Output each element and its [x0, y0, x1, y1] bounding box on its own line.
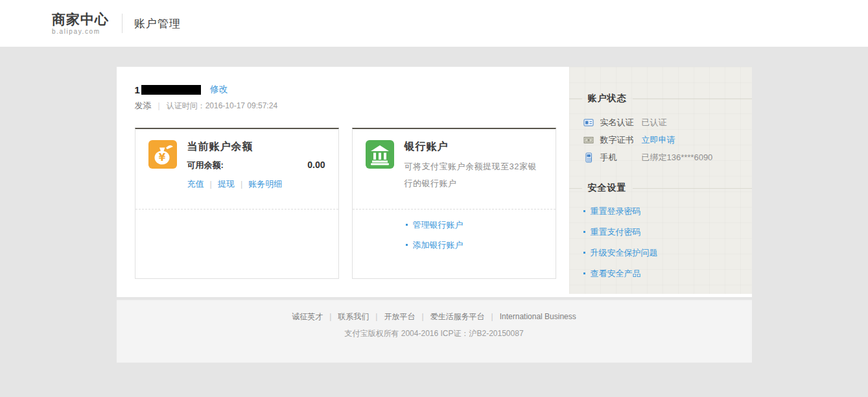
- footer-links: 诚征英才|联系我们|开放平台|爱生活服务平台|International Bus…: [117, 300, 752, 322]
- status-row-phone: 手机 已绑定136****6090: [583, 152, 738, 163]
- footer-contact-link[interactable]: 联系我们: [338, 312, 369, 321]
- apply-certificate-link[interactable]: 立即申请: [642, 134, 675, 146]
- status-row-realname: 实名认证 已认证: [583, 117, 738, 128]
- footer-divider: |: [491, 312, 493, 321]
- footer-divider: |: [329, 312, 331, 321]
- account-header: 1 修改: [135, 84, 569, 95]
- edit-account-link[interactable]: 修改: [210, 84, 228, 95]
- footer-divider: |: [375, 312, 377, 321]
- top-header-bar: 商家中心 b.alipay.com 账户管理: [0, 0, 868, 47]
- footer-careers-link[interactable]: 诚征英才: [292, 312, 323, 321]
- balance-card-title: 当前账户余额: [187, 140, 325, 154]
- brand-domain: b.alipay.com: [52, 28, 109, 35]
- account-owner-name: 发添: [135, 100, 152, 112]
- recharge-link[interactable]: 充值: [187, 179, 204, 189]
- digital-cert-icon: [583, 135, 594, 145]
- cert-time-label: 认证时间：: [167, 101, 205, 112]
- certificate-label: 数字证书: [600, 134, 642, 146]
- available-balance-value: 0.00: [307, 160, 325, 170]
- available-balance-label: 可用余额:: [187, 160, 224, 171]
- redacted-account-name: [141, 85, 201, 95]
- status-row-certificate: 数字证书 立即申请: [583, 135, 738, 145]
- realname-label: 实名认证: [600, 117, 642, 128]
- security-links-list: 重置登录密码 重置支付密码 升级安全保护问题 查看安全产品: [583, 206, 738, 280]
- balance-actions: 充值|提现|账务明细: [187, 178, 325, 190]
- bank-card-top: 银行账户 可将支付宝账户余额提现至32家银行的银行账户: [353, 129, 556, 209]
- reset-login-password-link[interactable]: 重置登录密码: [583, 206, 738, 217]
- balance-card-body: 当前账户余额 可用余额: 0.00 充值|提现|账务明细: [187, 140, 325, 209]
- cards-row: ¥ 当前账户余额 可用余额: 0.00 充值|提现|账务明细: [135, 128, 569, 279]
- cert-time-value: 2016-10-17 09:57:24: [205, 101, 277, 110]
- heading-rule: [633, 188, 752, 189]
- meta-divider: |: [158, 101, 160, 110]
- reset-pay-password-link[interactable]: 重置支付密码: [583, 226, 738, 238]
- account-id-prefix: 1: [135, 84, 140, 95]
- footer-divider: |: [421, 312, 423, 321]
- heading-rule: [569, 188, 582, 189]
- header-divider: [122, 14, 123, 33]
- page-title: 账户管理: [134, 16, 181, 31]
- bank-card-title: 银行账户: [405, 140, 543, 154]
- realname-value: 已认证: [642, 117, 667, 128]
- add-bank-account-link[interactable]: 添加银行账户: [406, 239, 556, 251]
- phone-value: 已绑定136****6090: [642, 152, 713, 163]
- bank-card-description: 可将支付宝账户余额提现至32家银行的银行账户: [405, 158, 543, 192]
- upgrade-security-question-link[interactable]: 升级安全保护问题: [583, 247, 738, 259]
- bank-card-body: 银行账户 可将支付宝账户余额提现至32家银行的银行账户: [405, 140, 543, 209]
- link-divider: |: [240, 179, 242, 189]
- footer: 诚征英才|联系我们|开放平台|爱生活服务平台|International Bus…: [117, 300, 752, 363]
- phone-label: 手机: [600, 152, 642, 163]
- view-security-products-link[interactable]: 查看安全产品: [583, 268, 738, 280]
- heading-rule: [569, 99, 582, 99]
- footer-life-service-link[interactable]: 爱生活服务平台: [430, 312, 485, 321]
- footer-international-link[interactable]: International Business: [500, 312, 576, 321]
- balance-card: ¥ 当前账户余额 可用余额: 0.00 充值|提现|账务明细: [135, 128, 339, 279]
- account-status-heading: 账户状态: [569, 67, 752, 104]
- main-panel: 1 修改 发添 | 认证时间： 2016-10-17 09:57:24: [117, 67, 752, 297]
- copyright-text: 支付宝版权所有 2004-2016 ICP证：沪B2-20150087: [117, 328, 752, 339]
- account-detail-link[interactable]: 账务明细: [248, 179, 282, 189]
- id-card-icon: [583, 117, 594, 128]
- security-settings-title: 安全设置: [588, 182, 627, 194]
- bank-icon: [366, 140, 394, 169]
- security-settings-heading: 安全设置: [569, 182, 752, 194]
- balance-card-top: ¥ 当前账户余额 可用余额: 0.00 充值|提现|账务明细: [135, 129, 338, 209]
- heading-rule: [633, 99, 752, 99]
- balance-card-bottom: [135, 209, 338, 278]
- bank-card-bottom: 管理银行账户 添加银行账户: [353, 209, 556, 278]
- mobile-phone-icon: [583, 152, 594, 163]
- content-wrapper: 1 修改 发添 | 认证时间： 2016-10-17 09:57:24: [117, 67, 752, 297]
- brand-name: 商家中心: [52, 12, 109, 27]
- withdraw-link[interactable]: 提现: [218, 179, 235, 189]
- footer-open-platform-link[interactable]: 开放平台: [384, 312, 415, 321]
- sidebar: 账户状态 实名认证 已认证: [569, 67, 752, 294]
- link-divider: |: [210, 179, 212, 189]
- account-meta: 发添 | 认证时间： 2016-10-17 09:57:24: [135, 101, 569, 111]
- account-status-title: 账户状态: [588, 93, 627, 104]
- available-balance-row: 可用余额: 0.00: [187, 160, 325, 171]
- money-bag-icon: ¥: [148, 140, 177, 169]
- svg-text:¥: ¥: [158, 152, 165, 163]
- account-status-list: 实名认证 已认证 数字证书 立即申请: [583, 117, 738, 163]
- bank-card: 银行账户 可将支付宝账户余额提现至32家银行的银行账户 管理银行账户 添加银行账…: [352, 128, 556, 279]
- brand-logo[interactable]: 商家中心 b.alipay.com: [52, 12, 109, 35]
- manage-bank-account-link[interactable]: 管理银行账户: [406, 219, 556, 231]
- main-content: 1 修改 发添 | 认证时间： 2016-10-17 09:57:24: [117, 67, 569, 297]
